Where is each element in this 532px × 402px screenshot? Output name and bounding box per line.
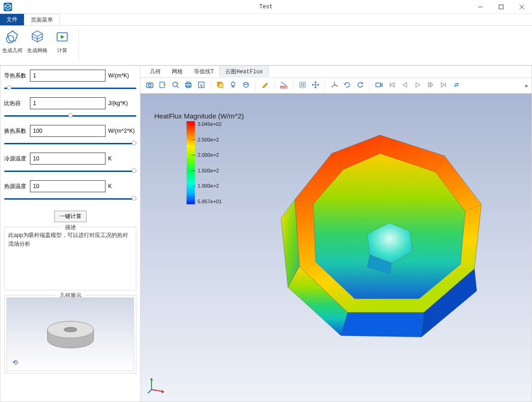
param-label: 热源温度 bbox=[4, 183, 27, 190]
hot-source-temp-slider[interactable] bbox=[4, 198, 136, 200]
print-button[interactable] bbox=[183, 80, 194, 91]
select-button[interactable] bbox=[196, 80, 207, 91]
prev-frame-button[interactable] bbox=[399, 80, 410, 91]
tab-page-menu[interactable]: 页面菜单 bbox=[24, 14, 60, 25]
rotate-button[interactable] bbox=[342, 80, 353, 91]
compute-all-button[interactable]: 一键计算 bbox=[54, 211, 87, 222]
heat-transfer-coeff-slider[interactable] bbox=[4, 143, 136, 144]
zoom-extent-button[interactable] bbox=[297, 80, 308, 91]
svg-point-31 bbox=[301, 83, 304, 86]
colorbar-tick: 1.000e+2 bbox=[198, 183, 222, 189]
specific-heat-input[interactable] bbox=[30, 97, 105, 109]
layers-icon bbox=[216, 81, 224, 91]
last-frame-button[interactable] bbox=[438, 80, 449, 91]
svg-line-33 bbox=[334, 85, 338, 86]
tab-file[interactable]: 文件 bbox=[0, 14, 24, 25]
svg-rect-2 bbox=[499, 5, 503, 9]
maximize-button[interactable] bbox=[491, 0, 511, 14]
generate-geometry-icon bbox=[4, 29, 21, 45]
viewport-3d[interactable]: HeatFlux Magnitude (W/m^2) 3.045e+02 2.5… bbox=[140, 94, 532, 402]
description-fieldset: 描述 此app为吸杆端盖模型，可以进行对应工况的热对流场分析 bbox=[4, 227, 136, 290]
description-legend: 描述 bbox=[61, 224, 80, 231]
geometry-preview[interactable]: ⟲ bbox=[6, 297, 134, 371]
transparency-button[interactable] bbox=[240, 80, 251, 91]
next-frame-button[interactable] bbox=[425, 80, 436, 91]
viewtab-cloud-heatflux[interactable]: 云图HeatFlux bbox=[219, 65, 269, 78]
play-button[interactable] bbox=[412, 80, 423, 91]
ribbon-generate-mesh[interactable]: 生成网格 bbox=[25, 29, 50, 54]
next-double-icon bbox=[427, 81, 435, 91]
print-icon bbox=[184, 81, 193, 91]
geometry-preview-shape bbox=[38, 311, 103, 357]
toolbar-separator bbox=[293, 81, 293, 91]
first-frame-button[interactable] bbox=[386, 80, 398, 91]
toolbar-overflow[interactable]: » bbox=[525, 83, 528, 89]
svg-marker-60 bbox=[162, 390, 164, 393]
cube-icon bbox=[242, 81, 250, 91]
param-cold-source-temp: 冷源温度 K bbox=[4, 153, 136, 177]
axes-button[interactable] bbox=[329, 80, 340, 91]
pan-button[interactable] bbox=[310, 80, 321, 91]
specific-heat-slider[interactable] bbox=[4, 115, 136, 117]
viewtab-geometry[interactable]: 几何 bbox=[144, 66, 166, 77]
brush-button[interactable] bbox=[259, 80, 270, 91]
close-button[interactable] bbox=[511, 0, 532, 14]
axes-icon bbox=[330, 81, 339, 91]
cold-source-temp-slider[interactable] bbox=[4, 171, 136, 172]
reset-view-button[interactable] bbox=[355, 80, 366, 91]
param-unit: K bbox=[108, 155, 136, 162]
measure-button[interactable] bbox=[278, 80, 289, 91]
viewtab-contour-t[interactable]: 等值线T bbox=[188, 66, 219, 77]
window-title: Test bbox=[259, 4, 273, 10]
svg-rect-35 bbox=[376, 83, 380, 87]
heat-transfer-coeff-input[interactable] bbox=[30, 125, 105, 137]
colorbar-tick: 2.000e+2 bbox=[198, 152, 222, 158]
svg-marker-39 bbox=[416, 83, 420, 87]
hot-source-temp-input[interactable] bbox=[30, 180, 105, 192]
export-icon bbox=[158, 81, 167, 91]
video-icon bbox=[375, 81, 383, 91]
svg-marker-37 bbox=[391, 83, 394, 87]
svg-rect-25 bbox=[281, 86, 287, 88]
zoom-flash-button[interactable] bbox=[170, 80, 181, 91]
svg-marker-38 bbox=[403, 83, 407, 87]
screenshot-button[interactable] bbox=[144, 80, 155, 91]
titlebar: Test bbox=[0, 0, 532, 14]
svg-point-13 bbox=[148, 84, 151, 87]
description-text: 此app为吸杆端盖模型，可以进行对应工况的热对流场分析 bbox=[8, 231, 132, 286]
svg-rect-30 bbox=[300, 82, 305, 88]
param-thermal-conductivity: 导热系数 W/(m*K) bbox=[4, 70, 136, 95]
zoom-extent-icon bbox=[298, 81, 307, 91]
param-label: 比热容 bbox=[4, 100, 27, 107]
thermal-conductivity-slider[interactable] bbox=[4, 88, 136, 89]
animation-button[interactable] bbox=[374, 80, 385, 91]
svg-marker-42 bbox=[441, 83, 444, 87]
lightbulb-icon bbox=[229, 81, 237, 91]
viewtab-mesh[interactable]: 网格 bbox=[166, 66, 188, 77]
param-unit: W/(m*K) bbox=[108, 72, 136, 79]
colorbar-gradient bbox=[187, 121, 195, 204]
minimize-button[interactable] bbox=[470, 0, 491, 14]
skip-first-icon bbox=[388, 81, 396, 91]
view-tabs: 几何 网格 等值线T 云图HeatFlux bbox=[140, 66, 532, 78]
param-specific-heat: 比热容 J/(kg*K) bbox=[4, 97, 136, 122]
svg-rect-18 bbox=[187, 82, 190, 84]
cold-source-temp-input[interactable] bbox=[30, 153, 105, 165]
loop-button[interactable] bbox=[451, 80, 462, 91]
export-button[interactable] bbox=[157, 80, 168, 91]
axis-triad-icon bbox=[147, 376, 165, 394]
thermal-conductivity-input[interactable] bbox=[30, 70, 105, 82]
camera-icon bbox=[146, 81, 154, 91]
toolbar-separator bbox=[325, 81, 325, 91]
param-heat-transfer-coeff: 换热系数 W/(m^2*K) bbox=[4, 125, 136, 150]
prev-icon bbox=[401, 81, 409, 91]
ruler-icon bbox=[280, 81, 288, 91]
zoom-flash-icon bbox=[171, 81, 180, 91]
preview-tools-icon[interactable]: ⟲ bbox=[12, 359, 18, 366]
toolbar-separator bbox=[369, 81, 370, 91]
light-button[interactable] bbox=[228, 80, 239, 91]
ribbon-generate-geometry[interactable]: 生成几何 bbox=[0, 29, 25, 54]
layers-button[interactable] bbox=[215, 80, 226, 91]
ribbon-compute[interactable]: 计算 bbox=[50, 29, 75, 54]
brush-icon bbox=[261, 81, 269, 91]
